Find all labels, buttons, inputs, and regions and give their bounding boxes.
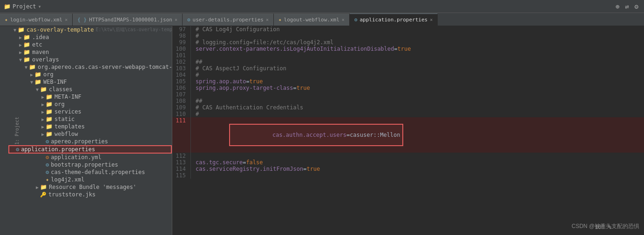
tab-userdetails[interactable]: ⚙ user-details.properties ×: [183, 13, 274, 26]
tree-item-resource-bundle[interactable]: ▶ 📁 Resource Bundle 'messages': [8, 183, 172, 191]
castheme-label: cas-theme-default.properties: [51, 169, 145, 175]
prop-icon: ⚙: [187, 17, 190, 23]
top-bar-icons: ⊕ ⇄ ⚙: [614, 2, 644, 11]
linecontent-105: spring.aop.auto=true: [191, 78, 644, 85]
linecontent-104: #: [191, 72, 644, 78]
resbun-arrow: ▶: [34, 185, 40, 190]
tab-login-webflow[interactable]: ✦ login-webflow.xml ×: [0, 13, 73, 26]
tree-item-overlays[interactable]: ▼ 📁 overlays: [8, 56, 172, 63]
org2-folder-icon: 📁: [46, 101, 53, 107]
tree-item-application-prop[interactable]: ▶ ⚙ application.properties: [8, 145, 172, 154]
val-106: true: [297, 85, 310, 91]
tree-item-metainf[interactable]: ▶ 📁 META-INF: [8, 93, 172, 101]
tree-item-root[interactable]: ▼ 📁 cas-overlay-template E:\ktw\后端\cas-o…: [8, 26, 172, 34]
metainf-folder-icon: 📁: [46, 94, 53, 100]
tab-logout[interactable]: ✦ logout-webflow.xml ×: [274, 13, 350, 26]
globe-icon[interactable]: ⊕: [614, 2, 621, 11]
tree-item-application-yml[interactable]: ▶ ⚙ application.yml: [8, 154, 172, 161]
line-110: 110 #: [172, 111, 644, 117]
watermark: CSDN @被秃头支配的恐惧: [571, 222, 639, 230]
tab-login-close[interactable]: ×: [65, 17, 68, 22]
key-105: spring.aop.auto: [196, 78, 246, 85]
tree-item-webflow[interactable]: ▶ 📁 webflow: [8, 130, 172, 138]
tree-item-org[interactable]: ▶ 📁 org: [8, 71, 172, 78]
sidebar-panel-label: 1: Project: [14, 116, 20, 144]
linenum-105: 105: [172, 78, 191, 85]
org2-arrow: ▶: [40, 102, 46, 107]
tree-item-services[interactable]: ▶ 📁 services: [8, 108, 172, 115]
tree-item-cas-theme[interactable]: ▶ ⚙ cas-theme-default.properties: [8, 168, 172, 176]
etc-arrow: ▶: [18, 42, 23, 47]
static-label: static: [54, 116, 75, 122]
line-103: 103 # CAS AspectJ Configuration: [172, 65, 644, 72]
tabs-row: ✦ login-webflow.xml × { } HTTPSandIMAPS-…: [0, 13, 644, 26]
tab-application-close[interactable]: ×: [430, 17, 433, 22]
key-114: cas.serviceRegistry.initFromJson: [196, 166, 303, 172]
linenum-109: 109: [172, 104, 191, 111]
settings-icon[interactable]: ⚙: [633, 2, 640, 11]
boot-prop-icon: ⚙: [46, 161, 49, 168]
tab-userdetails-close[interactable]: ×: [266, 17, 269, 22]
etc-label: etc: [32, 41, 42, 48]
apereo-folder-icon: 📁: [29, 64, 36, 70]
val-111: casuser::Mellon: [350, 132, 400, 138]
line-105: 105 spring.aop.auto=true: [172, 78, 644, 85]
tree-item-truststore[interactable]: ▶ 🔑 truststore.jks: [8, 191, 172, 198]
line-111: 111 cas.authn.accept.users=casuser::Mell…: [172, 117, 644, 153]
linenum-108: 108: [172, 98, 191, 104]
apereo-label: org.apereo.cas.cas-server-webapp-tomcat-…: [38, 64, 171, 70]
top-bar: 📁 Project ▾ ⊕ ⇄ ⚙: [0, 0, 644, 13]
tab-application[interactable]: ⚙ application.properties ×: [350, 13, 438, 26]
tab-login-label: login-webflow.xml: [10, 17, 63, 23]
project-title[interactable]: 📁 Project ▾: [0, 3, 45, 10]
overlays-arrow: ▼: [18, 57, 23, 62]
boot-prop-label: bootstrap.properties: [51, 161, 118, 168]
tree-item-idea[interactable]: ▶ 📁 .idea: [8, 34, 172, 41]
linecontent-114: cas.serviceRegistry.initFromJson=true: [191, 166, 644, 172]
tree-item-org2[interactable]: ▶ 📁 org: [8, 101, 172, 108]
metainf-label: META-INF: [54, 94, 81, 100]
line-101: 101: [172, 52, 644, 59]
services-folder-icon: 📁: [46, 108, 53, 115]
org-arrow: ▶: [29, 72, 34, 77]
tab-userdetails-label: user-details.properties: [193, 17, 264, 23]
linenum-97: 97: [172, 26, 191, 33]
transfer-icon[interactable]: ⇄: [623, 2, 630, 11]
linenum-104: 104: [172, 72, 191, 78]
tab-httpsand[interactable]: { } HTTPSandIMAPS-10000001.json ×: [73, 13, 183, 26]
key-111: cas.authn.accept.users: [272, 132, 346, 138]
tree-item-webinf[interactable]: ▼ 📁 WEB-INF: [8, 78, 172, 86]
resbun-folder-icon: 📁: [40, 184, 47, 190]
classes-label: classes: [49, 86, 73, 93]
tree-item-static[interactable]: ▶ 📁 static: [8, 115, 172, 123]
linenum-112: 112: [172, 153, 191, 159]
tab-application-label: application.properties: [359, 17, 427, 23]
project-folder-icon: 📁: [4, 3, 11, 10]
tree-item-maven[interactable]: ▶ 📁 maven: [8, 48, 172, 56]
json-icon: { }: [77, 17, 87, 23]
maven-folder-icon: 📁: [23, 49, 30, 55]
code-editor[interactable]: 97 # CAS Log4j Configuration 98 # 99 # l…: [172, 26, 644, 235]
webflow-arrow: ▶: [40, 132, 46, 137]
linecontent-107: [191, 91, 644, 98]
tree-item-classes[interactable]: ▼ 📁 classes: [8, 86, 172, 93]
tree-item-etc[interactable]: ▶ 📁 etc: [8, 41, 172, 48]
line-104: 104 #: [172, 72, 644, 78]
app-prop-label: application.properties: [21, 146, 95, 153]
tree-item-bootstrap[interactable]: ▶ ⚙ bootstrap.properties: [8, 161, 172, 168]
tab-httpsand-close[interactable]: ×: [175, 17, 177, 22]
line-99: 99 # logging.config=file:/etc/cas/log4j2…: [172, 39, 644, 46]
line-107: 107: [172, 91, 644, 98]
tree-item-templates[interactable]: ▶ 📁 templates: [8, 123, 172, 130]
linecontent-106: spring.aop.proxy-target-class=true: [191, 85, 644, 91]
tree-item-apereo-prop[interactable]: ▶ ⚙ apereo.properties: [8, 138, 172, 145]
linenum-110: 110: [172, 111, 191, 117]
static-folder-icon: 📁: [46, 116, 53, 122]
tree-item-apereo[interactable]: ▼ 📁 org.apereo.cas.cas-server-webapp-tom…: [8, 63, 171, 71]
linenum-111: 111: [172, 117, 191, 153]
trust-label: truststore.jks: [48, 191, 95, 198]
tab-logout-close[interactable]: ×: [342, 17, 345, 22]
code-lines: 97 # CAS Log4j Configuration 98 # 99 # l…: [172, 26, 644, 179]
dropdown-icon[interactable]: ▾: [38, 3, 41, 10]
tree-item-log4j2[interactable]: ▶ ✦ log4j2.xml: [8, 176, 172, 183]
